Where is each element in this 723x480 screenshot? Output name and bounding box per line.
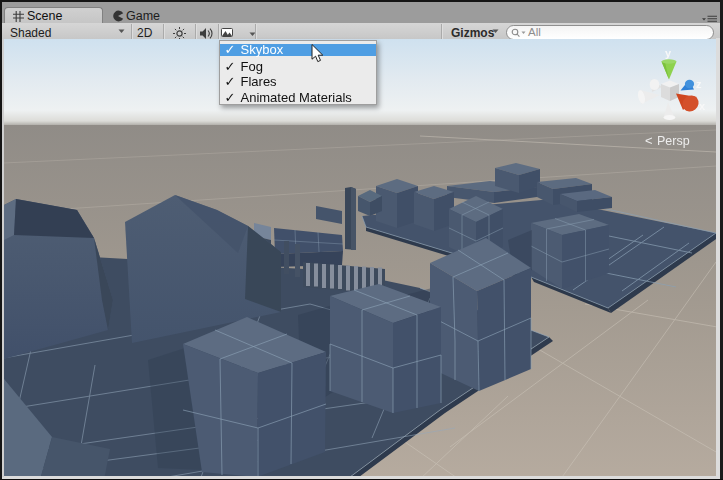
svg-text:y: y <box>665 47 672 59</box>
svg-text:z: z <box>696 78 702 90</box>
svg-text:Persp: Persp <box>657 134 690 148</box>
svg-text:<: < <box>645 133 653 148</box>
svg-text:x: x <box>699 100 706 112</box>
